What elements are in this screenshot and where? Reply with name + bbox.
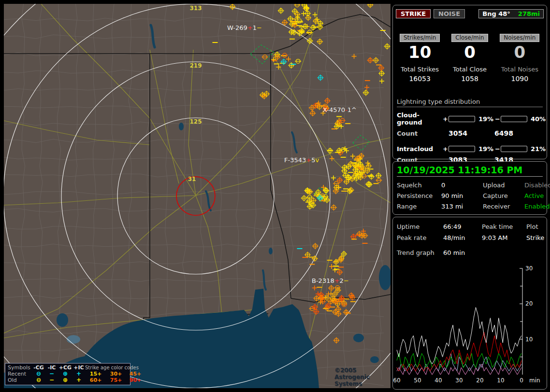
close-per-min-chip[interactable]: Close/min (451, 34, 488, 42)
circled-minus-icon: ⊖ (32, 377, 45, 383)
minus-sign: − (494, 145, 501, 153)
peak-rate-value: 48/min (443, 234, 482, 241)
upload-label: Upload (483, 182, 524, 189)
total-noises-label: Total Noises (495, 66, 545, 73)
receiver-label: Receiver (483, 203, 524, 210)
series-+IC (397, 364, 521, 375)
cloud-ground-row: Cloud-ground + 19% − 40% (397, 112, 543, 126)
map-canvas[interactable]: 31321912531W-269+1−X-4570-1^F-3543+5vB-2… (4, 4, 391, 388)
datetime-display: 10/19/2025 11:19:16 PM (397, 165, 543, 177)
x-axis-unit: min (529, 377, 540, 384)
receiver-value: Enabled (524, 203, 550, 210)
peak-time-value: 9:03 AM (482, 234, 526, 241)
ring-label: 125 (189, 118, 202, 125)
persistence-value: 90 min (441, 192, 483, 199)
legend-age-title: Strike age color codes (85, 364, 145, 371)
cloud-ground-label: Cloud-ground (397, 112, 442, 126)
dash-icon: − (45, 377, 58, 383)
plot-value: Strike (526, 234, 544, 241)
total-close-value: 1058 (445, 75, 494, 83)
series--CG (397, 353, 521, 371)
persistence-label: Persistence (397, 192, 441, 199)
y-tick-label: 10 (525, 336, 533, 343)
strikes-per-min-chip[interactable]: Strikes/min (400, 34, 440, 42)
storm-cell-label: B-2318+2− (312, 277, 349, 284)
trend-chart: 1020306050403020100min (393, 263, 547, 388)
strikes-per-min-value: 10 (395, 43, 445, 61)
trend-graph-label: Trend graph (397, 249, 443, 256)
total-noises-value: 1090 (495, 75, 545, 83)
lightning-type-distribution: Lightning type distribution Cloud-ground… (397, 98, 543, 164)
circled-plus-icon: ⊕ (58, 377, 72, 383)
noises-per-min-column: Noises/min 0 Total Noises 1090 (495, 32, 545, 83)
trend-graph-value: 60 min (443, 249, 543, 256)
ic-minus-pct: 21% (527, 145, 547, 153)
squelch-value: 0 (441, 182, 483, 189)
total-close-label: Total Close (445, 66, 494, 73)
range-value: 313 mi (441, 203, 483, 210)
y-tick-label: 30 (525, 265, 533, 272)
intracloud-row: Intracloud + 19% − 21% (397, 145, 543, 153)
trend-panel: Uptime 66:49 Peak time Plot Peak rate 48… (392, 217, 547, 390)
legend-row-old-label: Old (8, 377, 32, 383)
cg-plus-pct: 19% (475, 115, 494, 123)
age-45: 45+ (126, 371, 145, 377)
ring-label: 31 (188, 176, 196, 182)
map-legend: Symbols -CG -IC +CG +IC Strike age color… (5, 363, 130, 385)
count-label: Count (397, 130, 442, 137)
ring-label: 313 (189, 5, 202, 12)
noise-button[interactable]: NOISE (434, 9, 465, 18)
distribution-title: Lightning type distribution (397, 98, 543, 107)
age-60: 60+ (85, 377, 106, 383)
age-30: 30+ (106, 371, 126, 377)
uptime-label: Uptime (397, 223, 443, 230)
noises-per-min-chip[interactable]: Noises/min (500, 34, 539, 42)
capture-label: Capture (483, 192, 524, 199)
strike-stats-panel: STRIKE NOISE Bng 48° 278mi Strikes/min 1… (392, 5, 547, 159)
app-window: 31321912531W-269+1−X-4570-1^F-3543+5vB-2… (0, 0, 550, 392)
bearing-value: Bng 48° (482, 10, 510, 18)
storm-cell-label: F-3543+5v (284, 156, 319, 164)
plus-sign: + (442, 115, 449, 123)
close-per-min-value: 0 (445, 43, 494, 61)
noises-per-min-value: 0 (495, 43, 545, 61)
status-panel: 10/19/2025 11:19:16 PM Squelch 0 Upload … (392, 161, 547, 215)
uptime-value: 66:49 (443, 223, 482, 230)
cg-plus-bar (449, 116, 475, 122)
lightning-map[interactable]: 31321912531W-269+1−X-4570-1^F-3543+5vB-2… (4, 4, 391, 388)
peak-rate-label: Peak rate (397, 234, 443, 241)
cg-minus-bar (501, 116, 527, 122)
x-tick-label: 40 (434, 377, 442, 384)
ic-plus-pct: 19% (475, 145, 494, 153)
ic-minus-bar (501, 146, 527, 152)
plot-label: Plot (526, 223, 544, 230)
series-+CG (397, 332, 521, 371)
age-15: 15+ (85, 371, 106, 377)
peak-time-label: Peak time (482, 223, 526, 230)
x-tick-label: 60 (393, 377, 400, 384)
storm-cell-label: X-4570-1^ (323, 106, 357, 113)
ring-label: 219 (189, 62, 202, 69)
capture-value: Active (524, 192, 550, 199)
cg-minus-count: 6498 (494, 129, 547, 137)
bearing-readout: Bng 48° 278mi (478, 9, 544, 18)
close-per-min-column: Close/min 0 Total Close 1058 (445, 32, 494, 83)
legend-row-recent-label: Recent (8, 371, 32, 377)
total-strikes-label: Total Strikes (395, 66, 445, 73)
x-tick-label: 20 (476, 377, 483, 384)
distance-value: 278mi (518, 10, 540, 18)
minus-sign: − (494, 115, 501, 123)
range-label: Range (397, 203, 441, 210)
age-75: 75+ (106, 377, 126, 383)
squelch-label: Squelch (397, 182, 441, 189)
plus-sign: + (442, 145, 449, 153)
strike-button[interactable]: STRIKE (396, 9, 431, 18)
cg-plus-count: 3054 (449, 129, 494, 137)
intracloud-label: Intracloud (397, 145, 442, 153)
legend-symbols-title: Symbols (8, 364, 32, 371)
total-strikes-value: 16053 (395, 75, 445, 83)
strikes-per-min-column: Strikes/min 10 Total Strikes 16053 (395, 32, 445, 83)
y-tick-label: 20 (525, 300, 533, 307)
x-tick-label: 30 (455, 377, 463, 384)
chart-series (397, 308, 521, 375)
